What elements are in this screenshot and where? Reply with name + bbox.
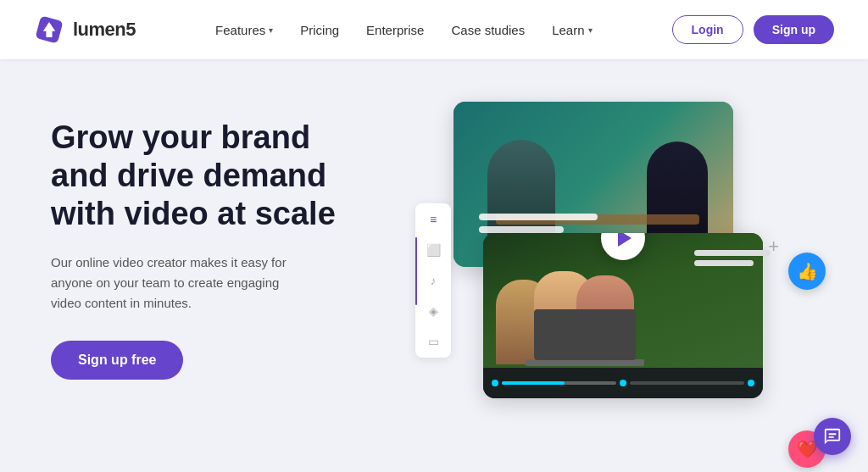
hero-subtext: Our online video creator makes it easy f…: [51, 253, 305, 314]
nav-pricing[interactable]: Pricing: [300, 23, 339, 37]
nav-auth-buttons: Login Sign up: [672, 15, 834, 44]
play-triangle-icon: [618, 233, 632, 247]
music-icon[interactable]: ♪: [424, 271, 442, 290]
hero-headline: Grow your brand and drive demand with vi…: [51, 119, 373, 232]
signup-button[interactable]: Sign up: [754, 15, 834, 44]
nav-learn[interactable]: Learn ▾: [552, 23, 592, 37]
timeline-progress: [502, 381, 565, 385]
info-line-1: [694, 250, 771, 256]
timeline-bar: [483, 368, 763, 398]
editor-sidebar: ≡ ⬜ ♪ ◈ ▭: [415, 203, 451, 358]
timeline-mid-dot: [620, 380, 626, 386]
main-nav: Features ▾ Pricing Enterprise Case studi…: [215, 23, 593, 37]
chat-icon: [823, 427, 842, 446]
sidebar-divider: [415, 237, 417, 305]
brand-name: lumen5: [73, 19, 136, 41]
info-line-2: [694, 260, 754, 266]
text-overlay-bar-2: [479, 226, 564, 233]
nav-features[interactable]: Features ▾: [215, 23, 273, 37]
image-icon[interactable]: ⬜: [424, 241, 442, 259]
text-overlay-bar-1: [479, 214, 598, 220]
caption-icon[interactable]: ▭: [424, 332, 442, 351]
timeline-track: [502, 381, 616, 385]
info-lines: [694, 250, 771, 266]
timeline-end-dot: [748, 380, 754, 386]
plus-icon: +: [768, 236, 779, 258]
sticker-icon[interactable]: ◈: [424, 302, 442, 320]
text-icon[interactable]: ≡: [424, 210, 442, 229]
svg-rect-2: [828, 433, 836, 435]
svg-rect-3: [828, 436, 833, 438]
hero-left: Grow your brand and drive demand with vi…: [51, 102, 373, 380]
signup-free-button[interactable]: Sign up free: [51, 341, 183, 380]
login-button[interactable]: Login: [672, 15, 743, 44]
logo[interactable]: lumen5: [34, 14, 136, 45]
nav-enterprise[interactable]: Enterprise: [366, 23, 424, 37]
features-chevron: ▾: [269, 25, 273, 35]
main-content: Grow your brand and drive demand with vi…: [0, 59, 868, 472]
header: lumen5 Features ▾ Pricing Enterprise Cas…: [0, 0, 868, 59]
timeline-start-dot: [492, 380, 498, 386]
hero-illustration: ≡ ⬜ ♪ ◈ ▭ 👍: [407, 102, 817, 472]
chat-bubble[interactable]: [814, 418, 851, 455]
nav-case-studies[interactable]: Case studies: [451, 23, 525, 37]
thumbs-up-badge: 👍: [788, 253, 826, 290]
learn-chevron: ▾: [588, 25, 593, 35]
timeline-track-2: [630, 381, 744, 385]
